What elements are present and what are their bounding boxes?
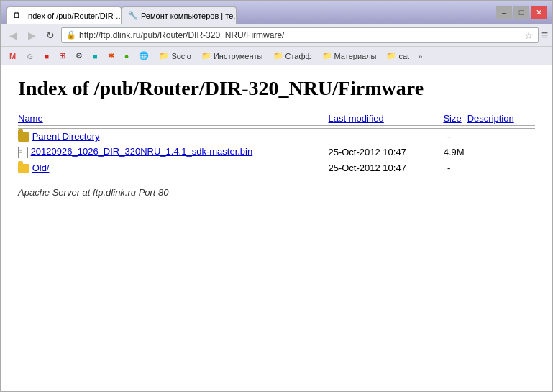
row-bin-size: 4.9M (437, 144, 467, 160)
bookmark-grid[interactable]: ⊞ (55, 50, 70, 62)
folder-cat-icon: 📁 (386, 51, 396, 60)
bookmark-instruments-label: Инструменты (214, 52, 263, 60)
row-bin-desc (467, 144, 535, 160)
bookmark-staff[interactable]: 📁 Стафф (269, 50, 316, 62)
tab-2-icon: 🔧 (128, 11, 138, 21)
row-bin-modified: 25-Oct-2012 10:47 (328, 144, 436, 160)
bookmark-cyan[interactable]: ■ (88, 50, 102, 62)
bookmark-smiley[interactable]: ☺ (22, 50, 38, 62)
tools2-icon: ⚙ (76, 51, 83, 60)
bin-file-link[interactable]: 20120926_1026_DIR_320NRU_1.4.1_sdk-maste… (31, 146, 253, 157)
bookmark-socio-label: Socio (171, 52, 191, 60)
row-parent-size: - (437, 129, 467, 145)
page-title: Index of /pub/Router/DIR-320_NRU/Firmwar… (18, 77, 535, 100)
folder-staff-icon: 📁 (273, 51, 283, 60)
table-row: Parent Directory - (18, 129, 535, 145)
tab-bar: 🗒 Index of /pub/Router/DIR-... ✕ 🔧 Ремон… (6, 1, 493, 24)
col-header-description[interactable]: Description (467, 111, 535, 126)
forward-button[interactable]: ▶ (24, 27, 40, 43)
bookmark-socio[interactable]: 📁 Socio (155, 50, 196, 62)
tab-1-label: Index of /pub/Router/DIR-... (26, 12, 122, 20)
address-bar-icon: 🔒 (66, 30, 76, 40)
red-square-icon: ■ (44, 52, 49, 60)
row-parent-modified (328, 129, 436, 145)
row-old-name: Old/ (18, 160, 328, 176)
gmail-icon: M (9, 52, 16, 60)
bookmark-red-square[interactable]: ■ (40, 50, 53, 62)
page-content: Index of /pub/Router/DIR-320_NRU/Firmwar… (1, 65, 552, 391)
tab-2-label: Ремонт компьютеров | те... (141, 12, 237, 20)
bookmark-materials[interactable]: 📁 Материалы (318, 50, 381, 62)
back-folder-icon (18, 132, 29, 142)
file-icon (18, 147, 28, 158)
back-button[interactable]: ◀ (5, 27, 21, 43)
col-header-name[interactable]: Name (18, 111, 328, 126)
bookmark-instruments[interactable]: 📁 Инструменты (197, 50, 268, 62)
bookmark-cat-label: cat (398, 52, 409, 60)
bookmarks-bar: M ☺ ■ ⊞ ⚙ ■ ✱ ● 🌐 📁 Socio 📁 (1, 47, 552, 65)
smiley-icon: ☺ (26, 52, 34, 60)
row-parent-name: Parent Directory (18, 129, 328, 145)
address-input[interactable] (79, 30, 521, 40)
address-bar: 🔒 ☆ (61, 27, 539, 43)
bookmark-globe[interactable]: 🌐 (134, 50, 153, 62)
bookmark-green[interactable]: ● (120, 50, 134, 62)
col-header-last-modified[interactable]: Last modified (328, 111, 436, 126)
bookmark-staff-label: Стафф (285, 52, 312, 60)
title-bar: 🗒 Index of /pub/Router/DIR-... ✕ 🔧 Ремон… (1, 1, 552, 24)
file-table: Name Last modified Size Description Pare… (18, 111, 535, 178)
parent-directory-link[interactable]: Parent Directory (32, 131, 100, 142)
reload-button[interactable]: ↻ (42, 27, 58, 43)
row-old-modified: 25-Oct-2012 10:47 (328, 160, 436, 176)
folder-icon (18, 164, 29, 173)
tab-1[interactable]: 🗒 Index of /pub/Router/DIR-... ✕ (6, 6, 122, 24)
row-parent-desc (467, 129, 535, 145)
folder-socio-icon: 📁 (159, 51, 169, 60)
green-icon: ● (124, 52, 129, 60)
close-button[interactable]: ✕ (531, 6, 547, 19)
window-controls: – □ ✕ (496, 6, 547, 19)
row-bin-name: 20120926_1026_DIR_320NRU_1.4.1_sdk-maste… (18, 144, 328, 160)
cyan-icon: ■ (93, 52, 98, 60)
folder-materials-icon: 📁 (322, 51, 332, 60)
server-footer: Apache Server at ftp.dlink.ru Port 80 (18, 187, 535, 198)
bookmark-tools2[interactable]: ⚙ (71, 50, 87, 62)
bookmark-gmail[interactable]: M (5, 50, 20, 62)
menu-icon[interactable]: ≡ (541, 29, 548, 42)
bookmarks-overflow[interactable]: » (415, 50, 425, 62)
bookmark-cat[interactable]: 📁 cat (382, 50, 413, 62)
nav-bar: ◀ ▶ ↻ 🔒 ☆ ≡ (1, 24, 552, 47)
row-old-size: - (437, 160, 467, 176)
bookmark-materials-label: Материалы (334, 52, 377, 60)
table-row: 20120926_1026_DIR_320NRU_1.4.1_sdk-maste… (18, 144, 535, 160)
maximize-button[interactable]: □ (513, 6, 529, 19)
table-row: Old/ 25-Oct-2012 10:47 - (18, 160, 535, 176)
globe-icon: 🌐 (139, 51, 149, 60)
row-old-desc (467, 160, 535, 176)
star-icon[interactable]: ☆ (524, 29, 534, 41)
minimize-button[interactable]: – (496, 6, 512, 19)
folder-instruments-icon: 📁 (201, 51, 211, 60)
bookmark-asterisk[interactable]: ✱ (104, 50, 119, 62)
tab-1-icon: 🗒 (13, 11, 23, 21)
tab-2[interactable]: 🔧 Ремонт компьютеров | те... ✕ (122, 6, 237, 24)
grid-icon: ⊞ (59, 51, 65, 60)
browser-window: 🗒 Index of /pub/Router/DIR-... ✕ 🔧 Ремон… (0, 0, 553, 392)
asterisk-icon: ✱ (108, 51, 114, 60)
col-header-size[interactable]: Size (437, 111, 467, 126)
old-folder-link[interactable]: Old/ (32, 163, 50, 173)
